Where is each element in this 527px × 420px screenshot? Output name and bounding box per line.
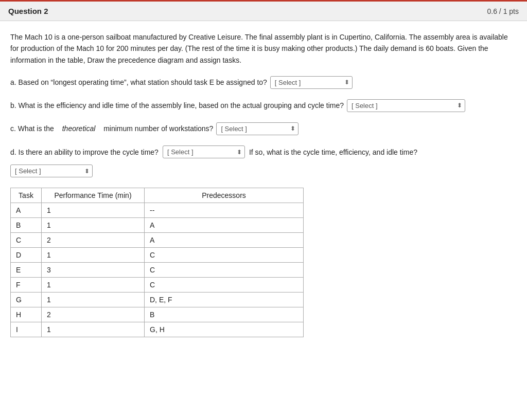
- table-cell-task: E: [11, 263, 42, 278]
- table-cell-pred: C: [145, 248, 304, 263]
- question-c-select[interactable]: [ Select ]: [216, 122, 298, 135]
- question-c-label-italic: theoretical: [62, 123, 96, 134]
- table-cell-task: A: [11, 203, 42, 218]
- question-title: Question 2: [8, 7, 48, 15]
- question-d-label: d. Is there an ability to improve the cy…: [10, 148, 159, 156]
- question-b-select-wrapper: [ Select ] ⬍: [347, 99, 465, 112]
- table-cell-pred: A: [145, 218, 304, 233]
- table-cell-time: 1: [42, 203, 145, 218]
- question-a-label: a. Based on “longest operating time”, wh…: [10, 77, 267, 88]
- table-cell-task: C: [11, 233, 42, 248]
- question-d-select[interactable]: [ Select ]: [163, 145, 245, 158]
- table-header-time: Performance Time (min): [42, 188, 145, 203]
- table-cell-task: I: [11, 322, 42, 337]
- question-b-row: b. What is the efficiency and idle time …: [10, 99, 517, 112]
- table-row: E3C: [11, 263, 304, 278]
- question-header: Question 2 0.6 / 1 pts: [0, 0, 527, 21]
- question-c-row: c. What is the theoretical minimum numbe…: [10, 122, 517, 135]
- table-cell-pred: D, E, F: [145, 293, 304, 307]
- question-d2-select-wrapper: [ Select ] ⬍: [10, 165, 93, 177]
- table-header-pred: Predecessors: [145, 188, 304, 203]
- question-c-label-post: minimum number of workstations?: [103, 123, 213, 134]
- table-cell-pred: --: [145, 203, 304, 218]
- question-b-label: b. What is the efficiency and idle time …: [10, 100, 344, 111]
- question-c-label-pre: c. What is the: [10, 123, 54, 134]
- table-cell-task: B: [11, 218, 42, 233]
- table-row: I1G, H: [11, 322, 304, 337]
- content-area: The Mach 10 is a one-person sailboat man…: [0, 21, 527, 348]
- table-cell-pred: C: [145, 263, 304, 278]
- table-cell-pred: A: [145, 233, 304, 248]
- question-pts: 0.6 / 1 pts: [487, 7, 519, 15]
- table-cell-pred: B: [145, 307, 304, 322]
- table-cell-time: 1: [42, 218, 145, 233]
- table-cell-task: H: [11, 307, 42, 322]
- table-row: C2A: [11, 233, 304, 248]
- question-c-select-wrapper: [ Select ] ⬍: [216, 122, 298, 135]
- question-d2-select[interactable]: [ Select ]: [10, 165, 93, 177]
- question-a-row: a. Based on “longest operating time”, wh…: [10, 76, 517, 89]
- table-cell-task: G: [11, 293, 42, 307]
- table-cell-time: 1: [42, 322, 145, 337]
- table-cell-pred: G, H: [145, 322, 304, 337]
- table-cell-time: 2: [42, 233, 145, 248]
- intro-text: The Mach 10 is a one-person sailboat man…: [10, 31, 517, 66]
- question-a-select-wrapper: [ Select ] ⬍: [270, 76, 353, 89]
- table-row: F1C: [11, 278, 304, 293]
- table-cell-time: 1: [42, 293, 145, 307]
- table-cell-time: 2: [42, 307, 145, 322]
- question-a-select[interactable]: [ Select ]: [270, 76, 353, 89]
- table-cell-time: 1: [42, 278, 145, 293]
- table-header-task: Task: [11, 188, 42, 203]
- question-d-second-row: [ Select ] ⬍: [10, 165, 517, 177]
- data-table: Task Performance Time (min) Predecessors…: [10, 188, 304, 337]
- table-cell-time: 3: [42, 263, 145, 278]
- question-b-select[interactable]: [ Select ]: [347, 99, 465, 112]
- table-cell-pred: C: [145, 278, 304, 293]
- table-cell-task: F: [11, 278, 42, 293]
- table-row: A1--: [11, 203, 304, 218]
- table-row: B1A: [11, 218, 304, 233]
- table-header-row: Task Performance Time (min) Predecessors: [11, 188, 304, 203]
- question-d-row: d. Is there an ability to improve the cy…: [10, 145, 517, 158]
- table-row: G1D, E, F: [11, 293, 304, 307]
- question-d-select-wrapper: [ Select ] ⬍: [163, 145, 245, 158]
- question-d-label2: If so, what is the cycle time, efficienc…: [249, 148, 417, 156]
- table-row: D1C: [11, 248, 304, 263]
- table-cell-task: D: [11, 248, 42, 263]
- table-cell-time: 1: [42, 248, 145, 263]
- table-row: H2B: [11, 307, 304, 322]
